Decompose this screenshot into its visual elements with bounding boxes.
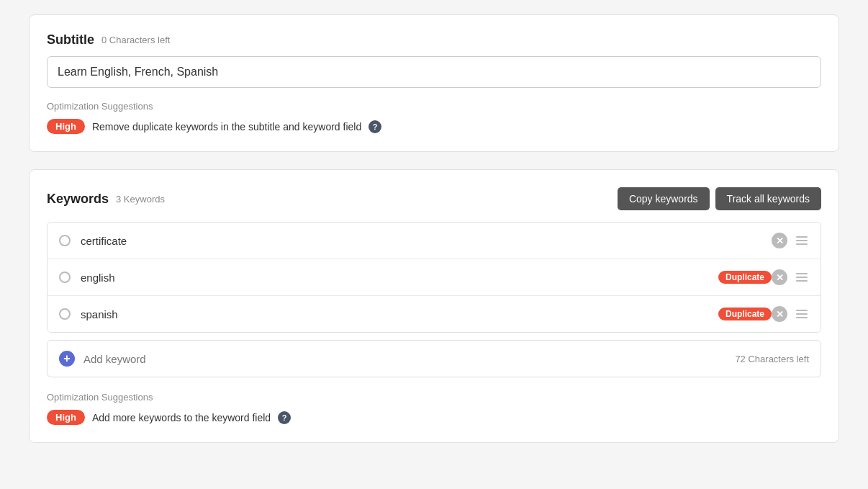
subtitle-suggestion-row: High Remove duplicate keywords in the su… <box>47 119 821 134</box>
subtitle-chars-left: 0 Characters left <box>101 35 170 45</box>
keyword-item-spanish: spanish Duplicate ✕ <box>48 296 820 332</box>
keywords-optimization-label: Optimization Suggestions <box>47 392 821 403</box>
close-icon-english[interactable]: ✕ <box>772 269 787 285</box>
add-keyword-row[interactable]: + 72 Characters left <box>47 340 821 377</box>
track-keywords-button[interactable]: Track all keywords <box>715 187 821 210</box>
subtitle-header: Subtitle 0 Characters left <box>47 32 821 48</box>
keywords-count: 3 Keywords <box>116 194 165 205</box>
keyword-actions-spanish: ✕ <box>772 306 809 322</box>
subtitle-input[interactable] <box>47 56 821 88</box>
keyword-item-english: english Duplicate ✕ <box>48 259 820 296</box>
duplicate-badge-english: Duplicate <box>718 271 772 284</box>
keywords-title: Keywords <box>47 192 109 207</box>
keywords-title-group: Keywords 3 Keywords <box>47 192 165 207</box>
keywords-high-badge: High <box>47 410 85 425</box>
drag-icon-english[interactable] <box>795 272 809 283</box>
keyword-radio-certificate[interactable] <box>59 235 71 246</box>
drag-icon-spanish[interactable] <box>795 308 809 320</box>
keyword-actions-certificate: ✕ <box>772 233 809 248</box>
add-keyword-icon[interactable]: + <box>59 351 75 367</box>
close-icon-certificate[interactable]: ✕ <box>772 233 787 248</box>
keywords-header: Keywords 3 Keywords Copy keywords Track … <box>47 187 821 210</box>
keywords-card: Keywords 3 Keywords Copy keywords Track … <box>29 169 839 443</box>
add-keyword-input[interactable] <box>83 353 735 365</box>
keyword-text-spanish: spanish <box>81 308 711 320</box>
keywords-suggestion-text: Add more keywords to the keyword field <box>92 412 271 423</box>
drag-icon-certificate[interactable] <box>795 235 809 246</box>
close-icon-spanish[interactable]: ✕ <box>772 306 787 322</box>
copy-keywords-button[interactable]: Copy keywords <box>618 187 710 210</box>
subtitle-card: Subtitle 0 Characters left Optimization … <box>29 14 839 152</box>
keywords-suggestion-row: High Add more keywords to the keyword fi… <box>47 410 821 425</box>
keyword-list: certificate ✕ english Duplicate ✕ <box>47 222 821 333</box>
keyword-radio-spanish[interactable] <box>59 308 71 320</box>
keyword-text-certificate: certificate <box>81 235 772 247</box>
subtitle-high-badge: High <box>47 119 85 134</box>
subtitle-optimization-label: Optimization Suggestions <box>47 101 821 112</box>
add-keyword-chars-left: 72 Characters left <box>735 354 809 364</box>
subtitle-title: Subtitle <box>47 32 94 48</box>
keyword-actions-english: ✕ <box>772 269 809 285</box>
keyword-item-certificate: certificate ✕ <box>48 223 820 259</box>
subtitle-suggestion-text: Remove duplicate keywords in the subtitl… <box>92 121 361 133</box>
keyword-text-english: english <box>81 272 711 284</box>
subtitle-help-icon[interactable]: ? <box>369 120 381 133</box>
keywords-actions: Copy keywords Track all keywords <box>618 187 821 210</box>
duplicate-badge-spanish: Duplicate <box>718 308 772 320</box>
keywords-help-icon[interactable]: ? <box>278 411 291 424</box>
keyword-radio-english[interactable] <box>59 272 71 283</box>
